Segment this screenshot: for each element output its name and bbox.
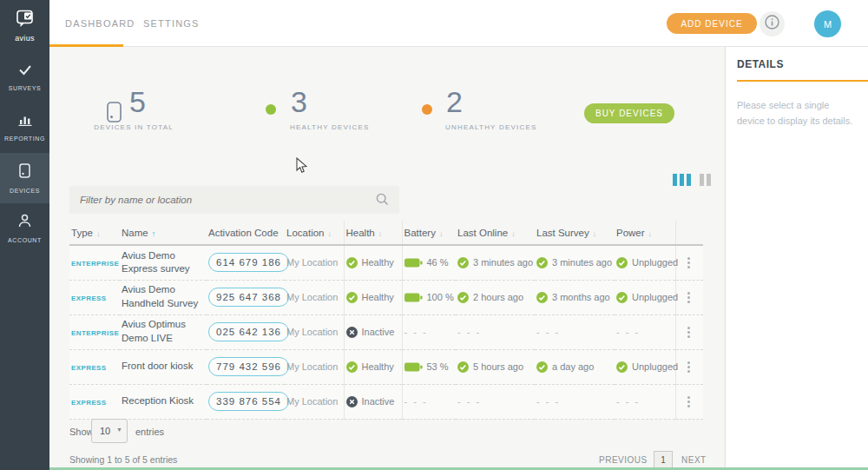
device-location: My Location <box>286 361 340 374</box>
device-type-badge: ENTERPRISE <box>71 329 119 337</box>
details-empty-message: Please select a single device to display… <box>737 97 857 129</box>
device-location: My Location <box>286 395 340 408</box>
activation-code-pill: 025 642 136 <box>208 322 289 341</box>
info-button[interactable] <box>760 11 785 36</box>
column-header[interactable]: Activation Code <box>207 221 285 245</box>
row-menu-button[interactable] <box>678 254 700 272</box>
table-row[interactable]: ENTERPRISE Avius Demo Express survey 614… <box>69 245 703 280</box>
column-header[interactable]: Name↑ <box>120 221 207 245</box>
device-type-badge: ENTERPRISE <box>71 260 119 268</box>
row-menu-button[interactable] <box>678 288 700 307</box>
previous-page-button[interactable]: PREVIOUS <box>599 455 648 465</box>
main-content: 5 DEVICES IN TOTAL 3 HEALTHY DEVICES 2 U… <box>49 47 725 470</box>
row-menu-button[interactable] <box>678 323 700 341</box>
table-row[interactable]: EXPRESS Reception Kiosk 339 876 554 My L… <box>69 384 703 419</box>
activation-code-pill: 925 647 368 <box>208 288 289 307</box>
device-icon <box>19 163 30 182</box>
battery-cell: 46 % <box>402 245 456 280</box>
column-header[interactable]: Battery↓ <box>402 221 456 245</box>
healthy-check-icon <box>457 292 469 303</box>
column-header[interactable]: Location↓ <box>285 221 344 245</box>
healthy-check-icon <box>536 292 548 303</box>
row-menu-button[interactable] <box>678 358 700 376</box>
page-size-select[interactable]: 10 ▼ <box>91 419 128 443</box>
table-row[interactable]: ENTERPRISE Avius Optimus Demo LIVE 025 6… <box>69 314 703 349</box>
last-online-cell: 3 minutes ago <box>456 245 535 280</box>
column-header[interactable]: Last Online↓ <box>456 221 535 245</box>
health-status: Inactive <box>346 396 398 407</box>
avius-logo[interactable]: avius <box>0 7 49 43</box>
battery-icon <box>404 362 423 372</box>
health-status: Inactive <box>346 327 398 338</box>
inactive-x-icon <box>346 327 358 338</box>
sidebar-item-reporting[interactable]: REPORTING <box>0 103 49 153</box>
sidebar-item-account[interactable]: ACCOUNT <box>0 203 49 254</box>
device-name: Avius Optimus Demo LIVE <box>122 318 203 345</box>
user-avatar[interactable]: M <box>814 10 841 37</box>
device-name: Avius Demo Handheld Survey <box>122 283 203 310</box>
activation-code-pill: 614 679 186 <box>208 253 289 272</box>
activation-code-pill: 339 876 554 <box>208 392 289 411</box>
stat-unhealthy-value: 2 <box>446 85 463 119</box>
details-panel: DETAILS Please select a single device to… <box>725 47 868 470</box>
column-header[interactable]: Health↓ <box>344 221 402 245</box>
stat-healthy-label: HEALTHY DEVICES <box>290 123 370 131</box>
grid-view-icon[interactable] <box>700 174 704 186</box>
sidebar-item-devices[interactable]: DEVICES <box>0 153 49 203</box>
view-toggle <box>673 174 711 186</box>
tab-dashboard[interactable]: DASHBOARD <box>65 18 135 29</box>
add-device-button[interactable]: ADD DEVICE <box>667 13 757 34</box>
entries-summary: Showing 1 to 5 of 5 entries <box>69 454 177 465</box>
filter-input[interactable] <box>69 186 399 214</box>
device-name: Front door kiosk <box>122 360 203 374</box>
last-online-cell: 5 hours ago <box>456 349 535 384</box>
page-number-button[interactable]: 1 <box>654 451 673 469</box>
topbar: DASHBOARD SETTINGS ADD DEVICE M <box>49 0 868 47</box>
sort-down-icon: ↓ <box>96 229 101 238</box>
row-menu-button[interactable] <box>678 393 700 411</box>
devices-table: Type↓Name↑Activation CodeLocation↓Health… <box>69 221 703 420</box>
battery-icon <box>404 258 423 268</box>
sort-down-icon: ↓ <box>378 229 383 238</box>
battery-cell: - - - <box>402 314 456 349</box>
sidebar-item-surveys[interactable]: SURVEYS <box>0 52 49 103</box>
next-page-button[interactable]: NEXT <box>681 455 707 465</box>
filter-container <box>69 186 399 214</box>
last-survey-cell: - - - <box>535 314 615 349</box>
last-online-cell: 2 hours ago <box>456 280 535 314</box>
stat-total-label: DEVICES IN TOTAL <box>72 123 195 131</box>
column-header[interactable]: Power↓ <box>615 221 675 245</box>
list-view-icon[interactable] <box>680 174 684 186</box>
last-survey-cell: - - - <box>535 384 615 419</box>
power-cell: Unplugged <box>615 245 675 280</box>
tab-settings[interactable]: SETTINGS <box>143 18 200 29</box>
power-cell: Unplugged <box>615 280 675 314</box>
sort-down-icon: ↓ <box>593 229 597 238</box>
device-type-badge: EXPRESS <box>71 399 107 407</box>
list-view-icon[interactable] <box>673 174 677 186</box>
table-row[interactable]: EXPRESS Avius Demo Handheld Survey 925 6… <box>69 280 703 314</box>
sidebar: avius SURVEYS REPORTING <box>0 0 49 470</box>
stat-healthy-value: 3 <box>291 85 307 119</box>
show-label: Show <box>69 427 94 437</box>
last-survey-cell: a day ago <box>535 349 615 384</box>
column-header[interactable]: Last Survey↓ <box>535 221 615 245</box>
device-location: My Location <box>286 326 340 339</box>
details-title: DETAILS <box>737 58 784 70</box>
healthy-check-icon <box>536 361 548 373</box>
entries-label: entries <box>135 427 164 437</box>
power-cell: - - - <box>615 314 675 349</box>
search-icon <box>376 193 389 209</box>
table-row[interactable]: EXPRESS Front door kiosk 779 432 596 My … <box>69 349 703 384</box>
chevron-down-icon: ▼ <box>116 427 122 433</box>
buy-devices-button[interactable]: BUY DEVICES <box>584 103 674 123</box>
column-header[interactable]: Type↓ <box>69 221 120 245</box>
grid-view-icon[interactable] <box>707 174 711 186</box>
avius-logo-icon <box>14 17 36 32</box>
sort-down-icon: ↓ <box>327 229 332 238</box>
healthy-check-icon <box>616 361 628 373</box>
device-type-badge: EXPRESS <box>71 364 107 372</box>
stat-total-value: 5 <box>129 85 146 119</box>
battery-icon <box>404 293 423 302</box>
list-view-icon[interactable] <box>687 174 691 186</box>
